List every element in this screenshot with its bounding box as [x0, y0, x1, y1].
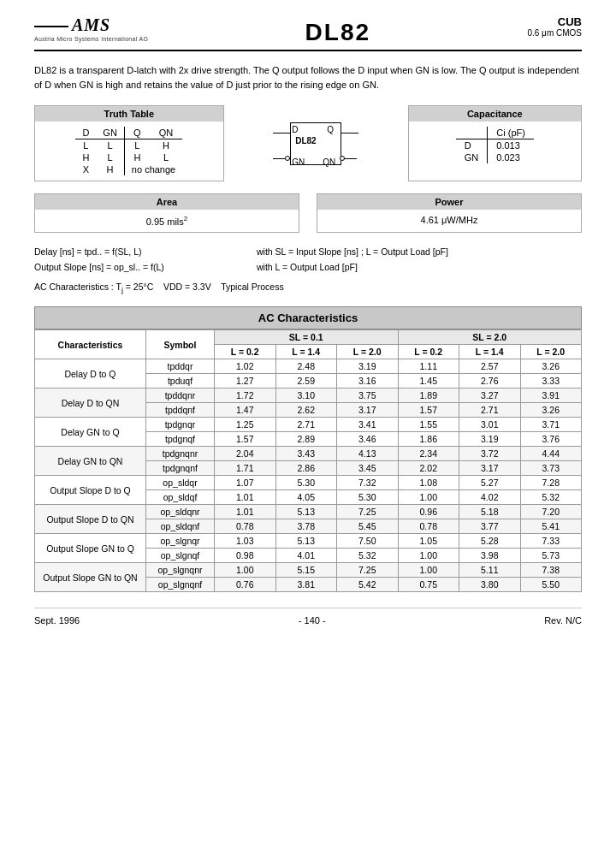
ac-data: 1.00: [215, 563, 276, 578]
header: AMS Austria Micro Systems International …: [34, 15, 582, 51]
ac-char-7: Output Slope GN to QN: [35, 563, 146, 592]
ac-data: 3.91: [520, 389, 582, 403]
tt-d2: H: [75, 151, 96, 163]
chip-qn-port: QN: [323, 157, 335, 167]
ac-data: 3.98: [459, 549, 521, 563]
capacitance-content: Ci (pF) D 0.013 GN 0.023: [409, 122, 581, 169]
ac-data: 3.81: [275, 578, 337, 592]
table-row: GN 0.023: [456, 151, 534, 163]
ac-data: 1.27: [215, 374, 276, 389]
ac-l02-a: L = 0.2: [215, 345, 276, 359]
cap-gn-label: GN: [456, 151, 488, 163]
ac-data: 2.59: [275, 374, 337, 389]
ac-data: 7.50: [337, 534, 399, 549]
q-line: [341, 133, 358, 133]
ac-data: 5.11: [459, 563, 521, 578]
ac-data: 1.25: [215, 418, 276, 432]
ac-data: 3.41: [337, 418, 399, 432]
header-left: AMS Austria Micro Systems International …: [34, 15, 148, 42]
ac-data: 5.42: [337, 578, 399, 592]
footer-page: - 140 -: [299, 615, 326, 626]
area-power-row: Area 0.95 mils2 Power 4.61 μW/MHz: [34, 193, 582, 233]
table-row: X H no change: [75, 163, 182, 175]
power-content: 4.61 μW/MHz: [317, 210, 581, 230]
truth-table-title: Truth Table: [35, 106, 223, 122]
ac-sym-5-0: op_sldqnr: [146, 505, 215, 519]
ac-data: 2.62: [275, 403, 337, 418]
ac-sym-0-0: tpddqr: [146, 359, 215, 374]
ac-data: 1.00: [398, 490, 459, 505]
power-value: 4.61 μW/MHz: [421, 215, 478, 225]
ac-col-characteristics: Characteristics: [35, 330, 146, 359]
truth-table-box: Truth Table D GN Q QN L L: [34, 105, 224, 181]
footer-revision: Rev. N/C: [544, 615, 582, 626]
capacitance-title: Capacitance: [409, 106, 581, 122]
ac-data: 3.43: [275, 447, 337, 461]
ac-data: 2.89: [275, 432, 337, 447]
tt-qn1: H: [150, 139, 182, 152]
table-row: D 0.013: [456, 139, 534, 152]
ams-text: AMS: [72, 15, 110, 35]
footer-date: Sept. 1996: [34, 615, 80, 626]
ac-data: 3.45: [337, 461, 399, 476]
truth-table: D GN Q QN L L L H: [75, 127, 182, 175]
ac-data: 5.27: [459, 476, 521, 490]
chip-name: DL82: [148, 15, 527, 46]
ac-char-0: Delay D to Q: [35, 359, 146, 389]
ac-sym-1-0: tpddqnr: [146, 389, 215, 403]
ac-l14-b: L = 1.4: [459, 345, 521, 359]
ac-data: 1.55: [398, 418, 459, 432]
ac-data: 2.71: [459, 403, 521, 418]
ac-data: 0.78: [215, 519, 276, 534]
ac-data: 3.16: [337, 374, 399, 389]
ac-data: 1.45: [398, 374, 459, 389]
header-right: CUB 0.6 μm CMOS: [527, 15, 582, 38]
tt-q1: L: [124, 139, 150, 152]
ac-char-5: Output Slope D to QN: [35, 505, 146, 534]
chip-diagram: DL82 D Q GN QN: [273, 114, 358, 174]
ac-data: 5.50: [520, 578, 582, 592]
cap-gn-value: 0.023: [488, 151, 534, 163]
ac-data: 1.71: [215, 461, 276, 476]
ac-data: 2.34: [398, 447, 459, 461]
ac-data: 0.78: [398, 519, 459, 534]
ac-data: 3.80: [459, 578, 521, 592]
ac-data: 2.76: [459, 374, 521, 389]
ac-col-symbol: Symbol: [146, 330, 215, 359]
area-box: Area 0.95 mils2: [34, 193, 299, 233]
ac-data: 5.32: [337, 549, 399, 563]
ac-data: 7.32: [337, 476, 399, 490]
ac-data: 2.71: [275, 418, 337, 432]
ac-data: 4.44: [520, 447, 582, 461]
ac-l02-b: L = 0.2: [398, 345, 459, 359]
ac-data: 3.76: [520, 432, 582, 447]
tt-qn2: L: [150, 151, 182, 163]
ac-data: 5.13: [275, 505, 337, 519]
ac-data: 5.45: [337, 519, 399, 534]
ac-sym-3-0: tpdgnqnr: [146, 447, 215, 461]
ac-data: 5.32: [520, 490, 582, 505]
chip-gn-port: GN: [292, 157, 305, 167]
d-line: [273, 133, 290, 133]
ac-data: 3.77: [459, 519, 521, 534]
ac-data: 7.25: [337, 505, 399, 519]
ac-data: 0.98: [215, 549, 276, 563]
footer: Sept. 1996 - 140 - Rev. N/C: [34, 608, 582, 626]
ac-data: 3.19: [459, 432, 521, 447]
ac-data: 3.73: [520, 461, 582, 476]
cap-label-header: [456, 127, 488, 139]
tt-col-qn: QN: [150, 127, 182, 139]
ac-sym-5-1: op_sldqnf: [146, 519, 215, 534]
ac-table-title: AC Characteristics: [34, 306, 582, 329]
ac-data: 5.30: [275, 476, 337, 490]
table-row: H L H L: [75, 151, 182, 163]
table-row: Output Slope GN to Q op_slgnqr 1.03 5.13…: [35, 534, 582, 549]
ac-sym-4-0: op_sldqr: [146, 476, 215, 490]
ac-sym-6-0: op_slgnqr: [146, 534, 215, 549]
ac-characteristics-section: AC Characteristics Characteristics Symbo…: [34, 306, 582, 592]
ac-data: 4.02: [459, 490, 521, 505]
table-row: Output Slope D to QN op_sldqnr 1.01 5.13…: [35, 505, 582, 519]
logo: AMS: [34, 15, 110, 35]
ac-col-sl01: SL = 0.1: [215, 330, 399, 345]
ac-data: 1.00: [398, 563, 459, 578]
